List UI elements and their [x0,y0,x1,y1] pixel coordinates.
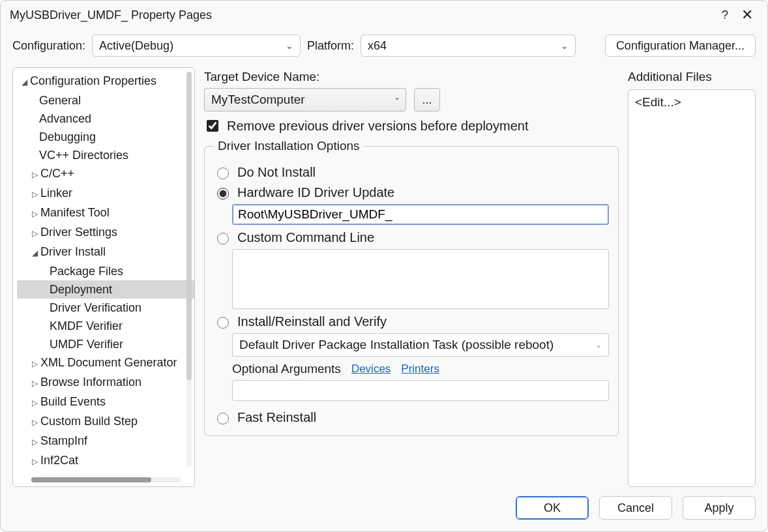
triangle-icon: ◢ [30,244,39,262]
cancel-button[interactable]: Cancel [599,496,672,520]
configuration-value: Active(Debug) [99,39,173,53]
browse-target-button[interactable]: ... [414,88,440,111]
triangle-icon: ▷ [30,355,39,373]
window-title: MyUSBDriver_UMDF_ Property Pages [10,8,714,22]
body: ◢Configuration PropertiesGeneralAdvanced… [1,67,767,496]
link-devices[interactable]: Devices [351,362,391,376]
tree-item[interactable]: ▷StampInf [17,432,194,451]
additional-files-listbox[interactable]: <Edit...> [628,89,756,487]
additional-files-label: Additional Files [628,70,756,84]
property-tree[interactable]: ◢Configuration PropertiesGeneralAdvanced… [13,70,194,471]
close-button[interactable]: ✕ [736,5,758,25]
tree-vertical-scrollbar[interactable] [186,72,192,467]
option-custom-command[interactable]: Custom Command Line [214,230,609,245]
tree-item[interactable]: Deployment [17,280,194,299]
configuration-manager-label: Configuration Manager... [616,39,745,53]
ok-label: OK [544,501,561,515]
radio-fast-reinstall[interactable] [217,413,229,424]
tree-item[interactable]: Advanced [17,110,194,128]
option-fast-reinstall-label: Fast Reinstall [237,410,316,425]
triangle-icon: ▷ [30,374,39,392]
ellipsis-icon: ... [422,93,432,107]
tree-item[interactable]: Driver Verification [17,299,194,317]
option-hardware-id[interactable]: Hardware ID Driver Update [214,185,609,200]
tree-item[interactable]: ▷Custom Build Step [17,412,194,432]
tree-item[interactable]: Package Files [17,262,194,280]
tree-item[interactable]: ▷XML Document Generator [17,353,194,373]
tree-item[interactable]: UMDF Verifier [17,335,194,353]
tree-item[interactable]: VC++ Directories [17,146,194,164]
property-pages-window: MyUSBDriver_UMDF_ Property Pages ? ✕ Con… [0,0,768,532]
tree-root[interactable]: ◢Configuration Properties [17,72,194,91]
target-device-value: MyTestComputer [211,93,305,107]
scrollbar-thumb[interactable] [31,477,151,482]
option-hardware-id-label: Hardware ID Driver Update [237,185,394,200]
chevron-down-icon: ⌄ [595,340,602,349]
center-panel: Target Device Name: MyTestComputer ⌄ ...… [204,67,619,487]
install-task-value: Default Driver Package Installation Task… [239,338,554,352]
tree-horizontal-scrollbar[interactable] [31,477,181,482]
tree-item[interactable]: ▷Inf2Cat [17,451,194,471]
custom-command-input[interactable] [232,249,609,309]
ok-button[interactable]: OK [516,496,589,520]
radio-hardware-id[interactable] [217,188,229,200]
group-legend: Driver Installation Options [214,139,364,153]
chevron-down-icon: ⌄ [561,40,569,51]
chevron-down-icon: ⌄ [394,93,400,102]
chevron-down-icon: ⌄ [286,40,293,51]
tree-item[interactable]: ▷Driver Settings [17,223,194,243]
additional-files-edit-item[interactable]: <Edit...> [635,95,681,109]
configuration-combo[interactable]: Active(Debug) ⌄ [92,35,301,57]
triangle-icon: ▷ [30,224,39,243]
platform-combo[interactable]: x64 ⌄ [361,35,576,57]
hardware-id-input[interactable] [232,204,609,225]
option-do-not-install[interactable]: Do Not Install [214,165,609,180]
titlebar: MyUSBDriver_UMDF_ Property Pages ? ✕ [1,1,767,28]
apply-label: Apply [704,501,733,515]
radio-do-not-install[interactable] [217,168,229,179]
tree-item[interactable]: KMDF Verifier [17,317,194,335]
tree-item[interactable]: ▷Linker [17,184,194,203]
remove-previous-checkbox-row[interactable]: Remove previous driver versions before d… [204,118,619,134]
triangle-icon: ▷ [30,166,39,184]
install-task-combo[interactable]: Default Driver Package Installation Task… [232,333,609,357]
help-icon: ? [722,8,728,22]
apply-button[interactable]: Apply [683,496,756,520]
configuration-label: Configuration: [12,39,85,53]
target-device-combo[interactable]: MyTestComputer ⌄ [204,88,406,111]
triangle-icon: ▷ [30,433,39,451]
option-custom-command-label: Custom Command Line [237,230,374,245]
remove-previous-checkbox[interactable] [207,120,218,132]
tree-item-selected[interactable]: Deployment [17,280,194,299]
option-fast-reinstall[interactable]: Fast Reinstall [214,410,609,425]
triangle-icon: ▷ [30,205,39,223]
close-icon: ✕ [741,8,753,22]
tree-item[interactable]: Debugging [17,128,194,146]
option-install-verify[interactable]: Install/Reinstall and Verify [214,314,609,329]
tree-item[interactable]: ◢Driver Install [17,243,194,262]
tree-item[interactable]: ▷C/C++ [17,164,194,184]
configuration-manager-button[interactable]: Configuration Manager... [605,35,756,57]
help-button[interactable]: ? [714,5,736,25]
tree-item[interactable]: ▷Build Events [17,392,194,412]
platform-value: x64 [368,39,387,53]
target-device-label: Target Device Name: [204,70,619,84]
optional-args-input[interactable] [232,380,609,401]
scrollbar-thumb[interactable] [186,72,192,380]
triangle-icon: ▷ [30,413,39,432]
tree-item[interactable]: ▷Manifest Tool [17,203,194,223]
option-do-not-install-label: Do Not Install [237,165,316,180]
config-row: Configuration: Active(Debug) ⌄ Platform:… [1,28,767,67]
radio-custom-command[interactable] [217,233,229,244]
triangle-icon: ▷ [30,185,39,203]
main-area: Target Device Name: MyTestComputer ⌄ ...… [204,67,756,487]
radio-install-verify[interactable] [217,317,229,329]
tree-item[interactable]: General [17,91,194,110]
tree-item[interactable]: ▷Browse Information [17,373,194,392]
platform-label: Platform: [307,39,354,53]
additional-files-panel: Additional Files <Edit...> [628,67,756,487]
option-install-verify-label: Install/Reinstall and Verify [237,314,387,329]
remove-previous-label: Remove previous driver versions before d… [227,119,528,134]
link-printers[interactable]: Printers [401,362,439,376]
triangle-down-icon: ◢ [20,73,29,91]
